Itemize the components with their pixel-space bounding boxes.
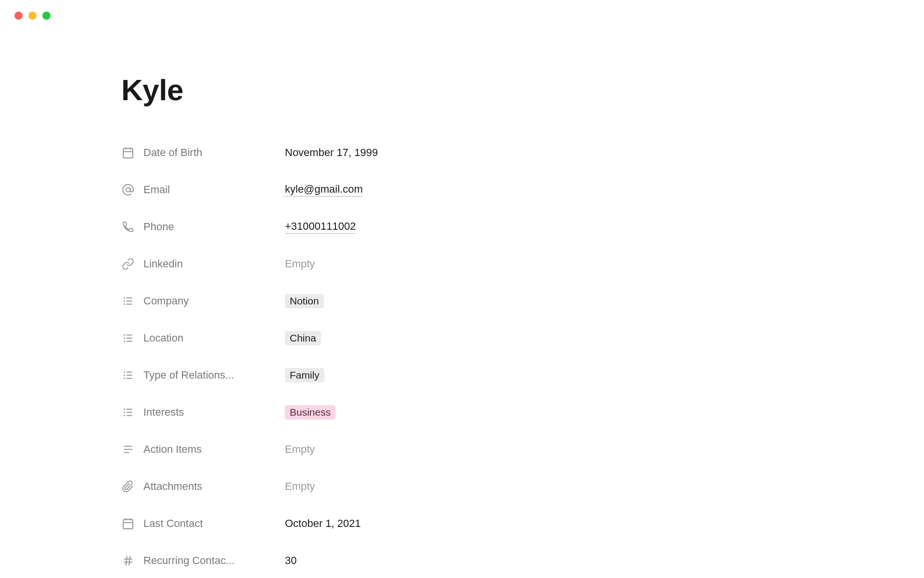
property-label-wrap: Location — [121, 331, 285, 345]
property-row-company[interactable]: Company Notion — [121, 282, 924, 319]
property-value[interactable]: Empty — [285, 258, 315, 270]
svg-point-10 — [124, 303, 125, 304]
property-label-wrap: Recurring Contac... — [121, 554, 285, 567]
list-icon — [121, 368, 135, 382]
property-tag[interactable]: China — [285, 331, 321, 345]
list-icon — [121, 294, 135, 308]
property-row-interests[interactable]: Interests Business — [121, 394, 924, 431]
window-controls — [0, 0, 924, 20]
list-icon — [121, 406, 135, 419]
close-window-button[interactable] — [14, 12, 23, 20]
calendar-icon — [121, 517, 135, 530]
svg-point-15 — [124, 338, 125, 338]
link-icon — [121, 257, 135, 271]
property-label-wrap: Linkedin — [121, 257, 285, 271]
property-value[interactable]: kyle@gmail.com — [285, 183, 363, 197]
property-row-dob[interactable]: Date of Birth November 17, 1999 — [121, 134, 924, 171]
property-label: Action Items — [143, 443, 202, 456]
property-value[interactable]: 30 — [285, 554, 296, 567]
property-label: Date of Birth — [143, 146, 202, 159]
svg-point-26 — [124, 408, 125, 409]
svg-point-27 — [124, 412, 125, 412]
property-label-wrap: Type of Relations... — [121, 368, 285, 382]
property-label: Location — [143, 332, 183, 344]
property-label: Recurring Contac... — [143, 554, 235, 567]
property-label-wrap: Action Items — [121, 443, 285, 456]
property-row-relationship[interactable]: Type of Relations... Family — [121, 356, 924, 394]
property-tag[interactable]: Notion — [285, 294, 324, 308]
svg-point-21 — [124, 375, 125, 375]
svg-point-22 — [124, 378, 125, 378]
property-row-linkedin[interactable]: Linkedin Empty — [121, 245, 924, 282]
property-label-wrap: Company — [121, 294, 285, 308]
page-title[interactable]: Kyle — [121, 73, 924, 107]
property-label-wrap: Email — [121, 183, 285, 197]
property-value[interactable]: Empty — [285, 443, 315, 456]
at-sign-icon — [121, 183, 135, 197]
svg-point-20 — [124, 371, 125, 372]
property-label: Last Contact — [143, 517, 203, 530]
phone-icon — [121, 220, 135, 234]
property-label-wrap: Date of Birth — [121, 146, 285, 159]
property-label: Linkedin — [143, 258, 183, 270]
svg-point-14 — [124, 334, 125, 335]
svg-line-39 — [129, 556, 130, 565]
svg-rect-0 — [123, 148, 133, 158]
property-tag[interactable]: Family — [285, 368, 324, 382]
property-value[interactable]: October 1, 2021 — [285, 517, 361, 530]
property-label-wrap: Interests — [121, 406, 285, 419]
list-icon — [121, 331, 135, 345]
property-row-email[interactable]: Email kyle@gmail.com — [121, 171, 924, 208]
property-label: Type of Relations... — [143, 369, 234, 381]
svg-point-8 — [124, 297, 125, 298]
property-label-wrap: Attachments — [121, 480, 285, 493]
text-icon — [121, 443, 135, 456]
hash-icon — [121, 554, 135, 567]
svg-point-16 — [124, 341, 125, 341]
property-row-recurring[interactable]: Recurring Contac... 30 — [121, 542, 924, 578]
property-label: Phone — [143, 221, 174, 233]
maximize-window-button[interactable] — [42, 12, 51, 20]
calendar-icon — [121, 146, 135, 159]
property-label: Attachments — [143, 480, 202, 493]
svg-point-28 — [124, 415, 125, 415]
property-row-attachments[interactable]: Attachments Empty — [121, 468, 924, 505]
property-row-phone[interactable]: Phone +31000111002 — [121, 208, 924, 245]
svg-point-9 — [124, 301, 125, 301]
property-label: Email — [143, 184, 170, 196]
property-value[interactable]: Empty — [285, 480, 315, 493]
svg-rect-32 — [123, 519, 133, 529]
property-value[interactable]: +31000111002 — [285, 220, 356, 234]
property-label: Interests — [143, 406, 184, 419]
property-label-wrap: Last Contact — [121, 517, 285, 530]
svg-line-38 — [126, 556, 127, 565]
property-row-last-contact[interactable]: Last Contact October 1, 2021 — [121, 505, 924, 542]
property-row-location[interactable]: Location China — [121, 319, 924, 356]
property-label-wrap: Phone — [121, 220, 285, 234]
page-content: Kyle Date of Birth November 17, 1999 Ema… — [0, 20, 924, 578]
svg-point-4 — [126, 187, 130, 192]
property-value[interactable]: November 17, 1999 — [285, 146, 378, 159]
paperclip-icon — [121, 480, 135, 493]
property-row-action-items[interactable]: Action Items Empty — [121, 431, 924, 468]
property-tag[interactable]: Business — [285, 405, 335, 420]
minimize-window-button[interactable] — [28, 12, 37, 20]
property-label: Company — [143, 295, 189, 307]
